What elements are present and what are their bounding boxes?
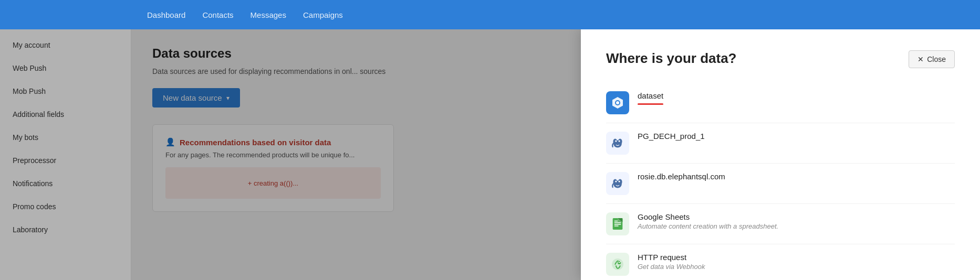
main-layout: My account Web Push Mob Push Additional … bbox=[0, 29, 980, 280]
http-option-name: HTTP request bbox=[638, 253, 705, 262]
svg-point-6 bbox=[615, 141, 617, 142]
elephant-icon-1 bbox=[606, 132, 629, 155]
nav-messages[interactable]: Messages bbox=[251, 10, 286, 19]
sheets-option-name: Google Sheets bbox=[638, 212, 778, 221]
svg-rect-17 bbox=[614, 225, 619, 227]
datasource-panel: Where is your data? ✕ Close dataset bbox=[581, 29, 980, 280]
panel-title: Where is your data? bbox=[606, 50, 737, 67]
svg-point-11 bbox=[615, 181, 617, 182]
svg-rect-16 bbox=[614, 224, 621, 225]
http-icon bbox=[606, 253, 629, 276]
close-button[interactable]: ✕ Close bbox=[909, 50, 955, 68]
datasource-option-dataset[interactable]: dataset bbox=[606, 83, 955, 123]
datasource-option-http[interactable]: HTTP request Get data via Webhook bbox=[606, 244, 955, 280]
dataset-icon bbox=[606, 91, 629, 114]
datasource-option-pg2[interactable]: rosie.db.elephantsql.com bbox=[606, 164, 955, 204]
nav-campaigns[interactable]: Campaigns bbox=[303, 10, 343, 19]
svg-point-12 bbox=[619, 181, 620, 182]
active-tab-underline bbox=[638, 103, 663, 105]
pg2-option-name: rosie.db.elephantsql.com bbox=[638, 172, 725, 181]
datasource-option-sheets[interactable]: Google Sheets Automate content creation … bbox=[606, 204, 955, 244]
nav-contacts[interactable]: Contacts bbox=[202, 10, 233, 19]
panel-header: Where is your data? ✕ Close bbox=[606, 50, 955, 68]
top-nav: Dashboard Contacts Messages Campaigns bbox=[0, 0, 980, 29]
svg-point-7 bbox=[619, 141, 620, 142]
svg-point-2 bbox=[616, 101, 619, 104]
elephant-icon-2 bbox=[606, 172, 629, 195]
nav-dashboard[interactable]: Dashboard bbox=[147, 10, 185, 19]
http-option-subtitle: Get data via Webhook bbox=[638, 263, 705, 271]
datasource-option-pg1[interactable]: PG_DECH_prod_1 bbox=[606, 123, 955, 164]
svg-rect-15 bbox=[614, 222, 621, 223]
pg1-option-name: PG_DECH_prod_1 bbox=[638, 132, 705, 141]
sheets-option-subtitle: Automate content creation with a spreads… bbox=[638, 222, 778, 230]
sheets-icon bbox=[606, 212, 629, 235]
close-x-icon: ✕ bbox=[918, 55, 924, 63]
dataset-option-name: dataset bbox=[638, 91, 663, 100]
